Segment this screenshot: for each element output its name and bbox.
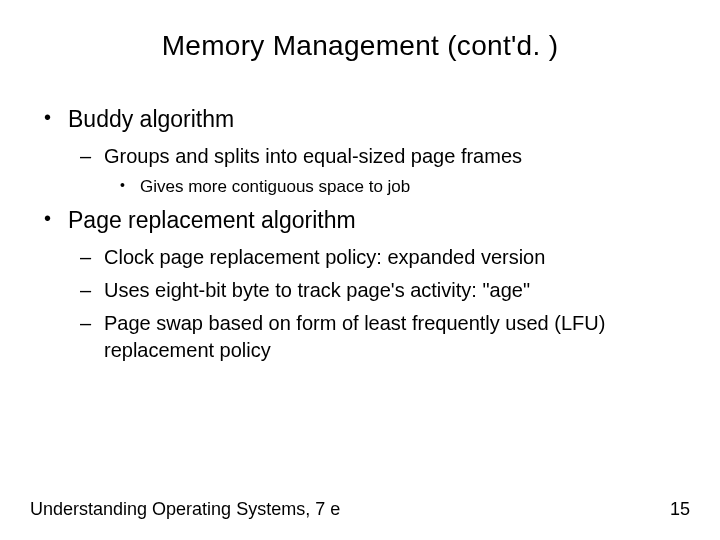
subbullet-eight-bit: Uses eight-bit byte to track page's acti… xyxy=(68,277,690,304)
slide-content: Buddy algorithm Groups and splits into e… xyxy=(30,104,690,364)
subsubbullet-contiguous: Gives more contiguous space to job xyxy=(104,176,690,199)
subbullet-groups-splits: Groups and splits into equal-sized page … xyxy=(68,143,690,199)
bullet-text: Page replacement algorithm xyxy=(68,207,356,233)
page-number: 15 xyxy=(670,499,690,520)
footer-source: Understanding Operating Systems, 7 e xyxy=(30,499,340,520)
subbullet-lfu: Page swap based on form of least frequen… xyxy=(68,310,690,364)
bullet-buddy-algorithm: Buddy algorithm Groups and splits into e… xyxy=(40,104,690,199)
slide-footer: Understanding Operating Systems, 7 e 15 xyxy=(30,499,690,520)
slide-title: Memory Management (cont'd. ) xyxy=(30,30,690,62)
bullet-text: Gives more contiguous space to job xyxy=(140,177,410,196)
bullet-text: Clock page replacement policy: expanded … xyxy=(104,246,545,268)
bullet-text: Groups and splits into equal-sized page … xyxy=(104,145,522,167)
bullet-text: Page swap based on form of least frequen… xyxy=(104,312,605,361)
bullet-text: Uses eight-bit byte to track page's acti… xyxy=(104,279,530,301)
bullet-page-replacement: Page replacement algorithm Clock page re… xyxy=(40,205,690,364)
subbullet-clock-policy: Clock page replacement policy: expanded … xyxy=(68,244,690,271)
bullet-text: Buddy algorithm xyxy=(68,106,234,132)
